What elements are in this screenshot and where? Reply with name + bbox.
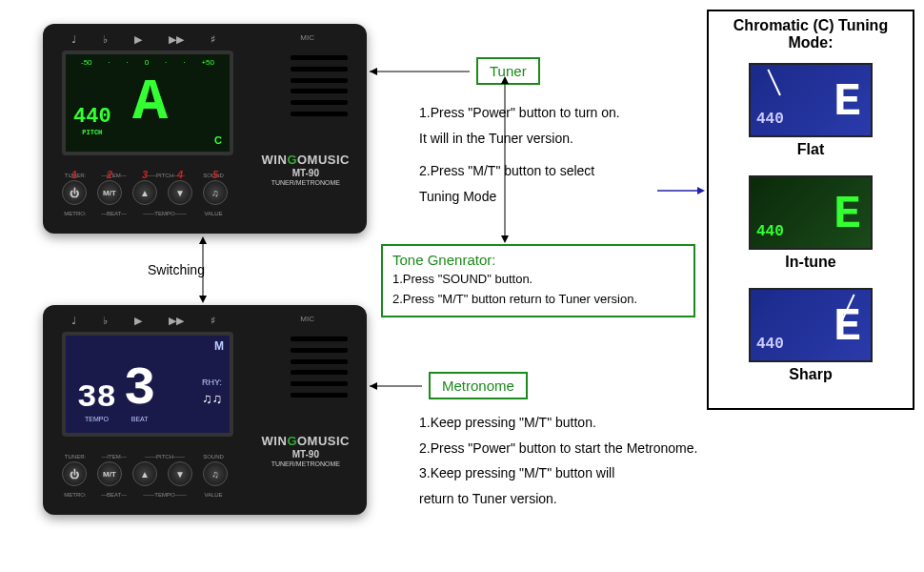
button-row: ⏻ M/T ▲ ▼ ♫ xyxy=(62,461,228,486)
desc-label: TUNER/METRONOME xyxy=(262,460,350,467)
svg-marker-3 xyxy=(370,382,377,390)
speaker-grille xyxy=(291,52,348,119)
top-indicator-icons: ♩ ♭ ▶ ▶▶ ♯ xyxy=(71,33,215,46)
ff-icon: ▶▶ xyxy=(169,315,184,327)
svg-marker-11 xyxy=(697,187,705,194)
sharp-icon: ♯ xyxy=(211,33,215,46)
play-icon: ▶ xyxy=(134,315,142,327)
flat-icon: ♭ xyxy=(103,315,108,327)
chromatic-sharp: E 440 Sharp xyxy=(714,288,907,383)
brand-area: WINGOMUSIC MT-90 TUNER/METRONOME xyxy=(262,434,350,467)
metro-row-labels: METRO: —BEAT— ——TEMPO—— VALUE xyxy=(58,211,249,216)
sound-button[interactable]: 5♫ xyxy=(203,180,228,205)
tick: 0 xyxy=(145,58,149,67)
up-button[interactable]: 3▲ xyxy=(132,180,157,205)
tick: -50 xyxy=(81,58,92,67)
mt-button[interactable]: M/T xyxy=(97,461,122,486)
tuner-screen: -50 ·· 0 ·· +50 A 440 PITCH C xyxy=(62,51,233,155)
rhythm-notes-icon: ♫♫ xyxy=(202,391,222,406)
tuner-row-labels: TUNER: —ITEM— ——PITCH—— SOUND xyxy=(58,173,249,178)
tuner-device: ♩ ♭ ▶ ▶▶ ♯ MIC -50 ·· 0 ·· +50 A 440 PIT… xyxy=(43,24,367,234)
down-button[interactable]: ▼ xyxy=(168,461,192,486)
metronome-screen: M 38 TEMPO 3 BEAT RHY: ♫♫ xyxy=(62,332,233,437)
sharp-icon: ♯ xyxy=(211,315,215,327)
svg-marker-8 xyxy=(501,76,509,84)
metronome-device: ♩ ♭ ▶ ▶▶ ♯ MIC M 38 TEMPO 3 BEAT RHY: ♫♫ xyxy=(43,305,367,515)
svg-marker-9 xyxy=(501,235,509,243)
metronome-label-box: Metronome xyxy=(429,372,528,399)
tempo-display: 38 TEMPO xyxy=(77,379,116,422)
chromatic-title: Chromatic (C) Tuning Mode: xyxy=(714,17,907,51)
flat-icon: ♭ xyxy=(103,33,108,46)
metro-indicator: M xyxy=(214,339,224,353)
top-indicator-icons: ♩ ♭ ▶ ▶▶ ♯ xyxy=(71,315,215,327)
frequency-display: 440 PITCH xyxy=(73,105,111,136)
arrow-tuner xyxy=(370,67,474,76)
mic-label: MIC xyxy=(300,33,314,42)
power-button[interactable]: 1⏻ xyxy=(62,180,87,205)
tick: +50 xyxy=(201,58,214,67)
tone-title: Tone Gnenrator: xyxy=(392,252,684,268)
chromatic-panel: Chromatic (C) Tuning Mode: E 440 Flat E … xyxy=(707,10,914,410)
mic-label: MIC xyxy=(300,315,314,323)
ff-icon: ▶▶ xyxy=(169,33,184,46)
switching-label: Switching xyxy=(148,262,205,277)
note-icon: ♩ xyxy=(71,315,76,327)
tuner-instructions: 1.Press "Power" button to turn on. It wi… xyxy=(419,100,686,209)
svg-marker-6 xyxy=(199,296,207,303)
beat-display: 3 BEAT xyxy=(124,362,156,422)
mode-indicator: C xyxy=(214,134,222,146)
power-button[interactable]: ⏻ xyxy=(62,461,87,486)
tuner-row-labels: TUNER: —ITEM— ——PITCH—— SOUND xyxy=(58,454,249,460)
svg-marker-1 xyxy=(370,68,377,75)
speaker-grille xyxy=(291,334,348,400)
arrow-metronome xyxy=(370,381,427,391)
chromatic-intune: E 440 In-tune xyxy=(714,175,907,271)
down-button[interactable]: 4▼ xyxy=(168,180,192,205)
sound-button[interactable]: ♫ xyxy=(203,461,228,486)
model-label: MT-90 xyxy=(262,449,350,460)
metronome-instructions: 1.Keep pressing "M/T" button. 2.Press "P… xyxy=(419,410,753,511)
play-icon: ▶ xyxy=(134,33,142,46)
rhythm-label: RHY: xyxy=(202,378,222,387)
note-display: A xyxy=(132,73,168,133)
up-button[interactable]: ▲ xyxy=(132,461,157,486)
metro-row-labels: METRO: —BEAT— ——TEMPO—— VALUE xyxy=(58,492,249,498)
svg-marker-5 xyxy=(199,236,207,244)
desc-label: TUNER/METRONOME xyxy=(262,179,350,186)
mt-button[interactable]: 2M/T xyxy=(97,180,122,205)
tone-generator-box: Tone Gnenrator: 1.Press "SOUND" button. … xyxy=(381,244,695,317)
model-label: MT-90 xyxy=(262,168,350,178)
brand-area: WINGOMUSIC MT-90 TUNER/METRONOME xyxy=(262,153,350,186)
button-row: 1⏻ 2M/T 3▲ 4▼ 5♫ xyxy=(62,180,228,205)
note-icon: ♩ xyxy=(71,33,76,46)
chromatic-flat: E 440 Flat xyxy=(714,63,907,158)
